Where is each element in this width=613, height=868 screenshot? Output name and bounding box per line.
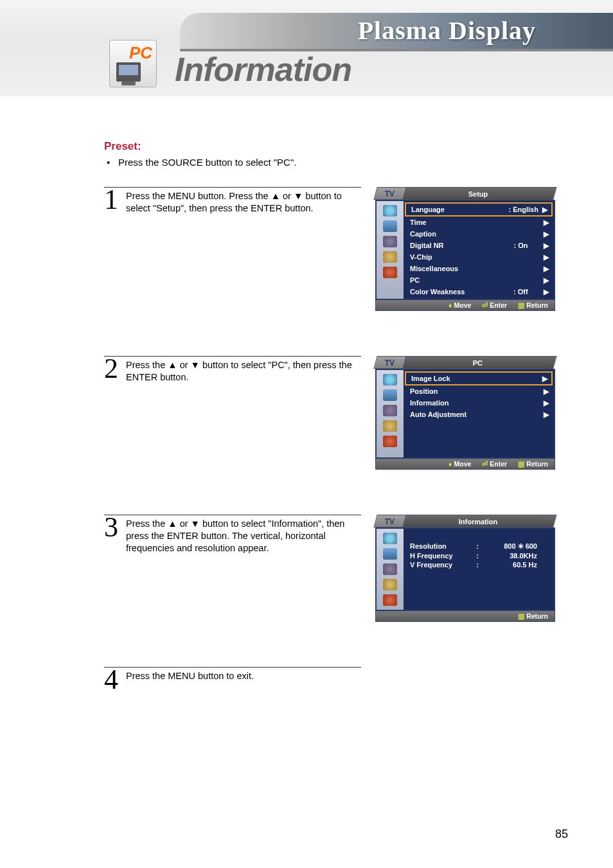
- chevron-right-icon: ▶: [544, 242, 549, 249]
- osd-title: Information: [399, 515, 556, 527]
- menu-color-weakness[interactable]: Color Weakness: Off ▶: [405, 286, 553, 297]
- osd-source-badge: TV: [373, 515, 406, 527]
- picture-icon: [383, 533, 397, 544]
- menu-caption[interactable]: Caption▶: [405, 228, 553, 240]
- monitor-icon: [116, 62, 141, 82]
- step-number: 1: [104, 188, 126, 212]
- step-number: 4: [104, 668, 126, 692]
- pc-badge-label: PC: [129, 43, 152, 63]
- info-h-frequency: H Frequency:38.0KHz: [410, 551, 547, 560]
- menu-information[interactable]: Information▶: [405, 397, 553, 409]
- chevron-right-icon: ▶: [544, 217, 549, 227]
- picture-icon: [383, 374, 397, 385]
- osd-side-icons: [377, 201, 404, 299]
- channel-icon: [383, 405, 397, 416]
- setup-icon: [383, 420, 397, 432]
- chevron-right-icon: ▶: [544, 263, 549, 274]
- chevron-right-icon: ▶: [544, 275, 549, 285]
- osd-source-badge: TV: [373, 187, 406, 200]
- chevron-right-icon: ▶: [544, 229, 549, 239]
- menu-digital-nr[interactable]: Digital NR: On ▶: [405, 240, 553, 251]
- chevron-right-icon: ▶: [544, 398, 549, 408]
- enter-icon: ⏎: [482, 301, 488, 309]
- step-1: 1 Press the MENU button. Press the ▲ or …: [104, 187, 361, 215]
- page-number: 85: [555, 828, 568, 841]
- menu-auto-adjustment[interactable]: Auto Adjustment▶: [405, 409, 553, 420]
- picture-icon: [383, 205, 397, 217]
- osd-setup: TV Setup Language: English ▶ Time▶ Capti…: [375, 187, 555, 311]
- input-icon: [383, 436, 397, 447]
- input-icon: [383, 594, 397, 606]
- step-number: 2: [104, 357, 126, 381]
- page-banner: Plasma Display PC Information: [0, 0, 613, 96]
- return-icon: ▥: [518, 301, 524, 309]
- osd-footer: ♦Move ⏎Enter ▥Return: [375, 300, 555, 311]
- move-icon: ♦: [449, 301, 452, 309]
- step-number: 3: [104, 515, 126, 540]
- pc-badge: PC: [109, 40, 157, 87]
- step-3: 3 Press the ▲ or ▼ button to select "Inf…: [104, 515, 361, 554]
- osd-source-badge: TV: [373, 356, 406, 369]
- setup-icon: [383, 579, 397, 590]
- chevron-right-icon: ▶: [542, 373, 547, 384]
- menu-image-lock[interactable]: Image Lock▶: [405, 371, 553, 385]
- osd-footer: ♦Move ⏎Enter ▥Return: [375, 459, 555, 470]
- sound-icon: [383, 548, 397, 560]
- menu-time[interactable]: Time▶: [405, 217, 553, 228]
- channel-icon: [383, 563, 397, 575]
- step-text: Press the MENU button. Press the ▲ or ▼ …: [126, 188, 361, 215]
- chevron-right-icon: ▶: [544, 252, 549, 262]
- chevron-right-icon: ▶: [544, 386, 549, 396]
- chevron-right-icon: ▶: [544, 409, 549, 420]
- osd-information: TV Information Resolution:800 ✳ 600 H Fr…: [375, 515, 555, 622]
- menu-language[interactable]: Language: English ▶: [405, 202, 553, 217]
- chevron-right-icon: ▶: [542, 206, 547, 213]
- input-icon: [383, 267, 397, 278]
- osd-pc: TV PC Image Lock▶ Position▶ Information▶…: [375, 356, 555, 470]
- step-4: 4 Press the MENU button to exit.: [104, 667, 361, 692]
- info-v-frequency: V Frequency:60.5 Hz: [410, 560, 547, 569]
- brand-text: Plasma Display: [358, 15, 536, 46]
- osd-side-icons: [377, 370, 404, 457]
- menu-vchip[interactable]: V-Chip▶: [405, 251, 553, 263]
- chevron-right-icon: ▶: [544, 288, 549, 296]
- setup-icon: [383, 251, 397, 263]
- enter-icon: ⏎: [482, 460, 488, 468]
- menu-position[interactable]: Position▶: [405, 385, 553, 397]
- channel-icon: [383, 236, 397, 247]
- step-text: Press the ▲ or ▼ button to select "Infor…: [126, 515, 361, 554]
- move-icon: ♦: [449, 460, 452, 468]
- osd-title: Setup: [399, 187, 556, 200]
- osd-footer: ▥Return: [375, 611, 555, 622]
- step-2: 2 Press the ▲ or ▼ button to select "PC"…: [104, 356, 361, 384]
- page-title: Information: [175, 50, 351, 89]
- preset-instruction: Press the SOURCE button to select "PC".: [104, 157, 568, 168]
- preset-heading: Preset:: [104, 140, 568, 153]
- sound-icon: [383, 220, 397, 232]
- step-text: Press the MENU button to exit.: [126, 668, 361, 682]
- step-text: Press the ▲ or ▼ button to select "PC", …: [126, 357, 361, 384]
- osd-title: PC: [399, 356, 556, 369]
- sound-icon: [383, 389, 397, 401]
- menu-misc[interactable]: Miscellaneous▶: [405, 263, 553, 274]
- return-icon: ▥: [518, 612, 524, 620]
- menu-pc[interactable]: PC▶: [405, 274, 553, 286]
- osd-side-icons: [377, 529, 404, 610]
- info-resolution: Resolution:800 ✳ 600: [410, 542, 547, 551]
- return-icon: ▥: [518, 460, 524, 468]
